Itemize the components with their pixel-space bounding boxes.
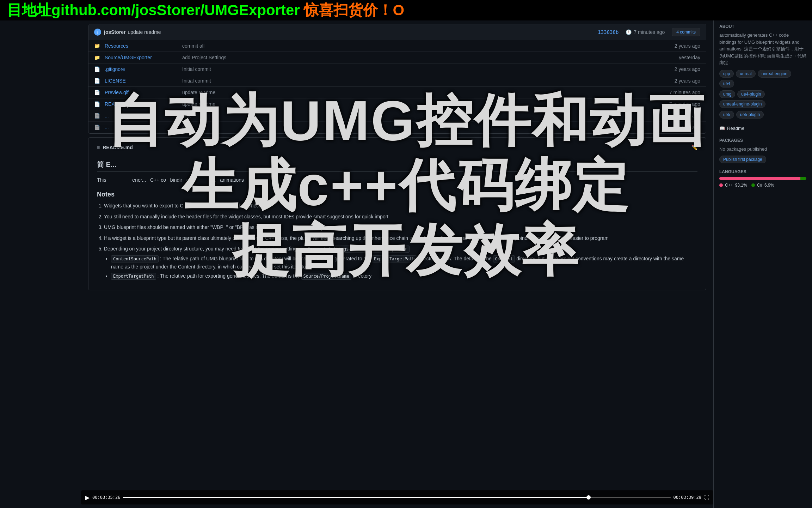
languages-section: Languages C++ 93.1% C# 6.9% bbox=[719, 169, 806, 188]
progress-bar[interactable] bbox=[123, 497, 670, 498]
file-commit-source: add Project Settings bbox=[182, 55, 658, 60]
code-export-target-path: ExportTargetPath bbox=[111, 273, 156, 280]
list-item: ContentSourcePath : The relative path of… bbox=[111, 255, 697, 271]
tag-ue5-plugin[interactable]: ue5-plugin bbox=[736, 111, 764, 119]
file-name-resources[interactable]: Resources bbox=[105, 43, 182, 49]
packages-section: Packages No packages published Publish f… bbox=[719, 138, 806, 163]
readme-short-desc: This ener... C++ co bindir or U s... ani… bbox=[97, 176, 697, 184]
github-container: j josStorer update readme 133838b 🕐 7 mi… bbox=[81, 20, 713, 508]
folder-icon: 📁 bbox=[94, 43, 101, 49]
list-item: If a widget is a blueprint type but its … bbox=[104, 234, 697, 242]
expand-button[interactable]: ⛶ bbox=[704, 495, 709, 500]
file-commit-readme: update readme bbox=[182, 101, 658, 107]
commit-author[interactable]: josStorer bbox=[104, 29, 125, 35]
code-source-project-name: Source/ProjectName bbox=[301, 273, 351, 280]
language-entries: C++ 93.1% C# 6.9% bbox=[719, 183, 806, 188]
time-elapsed: 00:03:35:26 bbox=[92, 495, 120, 500]
file-time-source: yesterday bbox=[658, 55, 700, 60]
readme-filename-label: README.md bbox=[103, 145, 691, 150]
file-time-preview: 7 minutes ago bbox=[658, 90, 700, 95]
commit-message: update readme bbox=[128, 29, 598, 35]
readme-stat: 📖 Readme bbox=[719, 126, 806, 131]
table-row: 📄 ... date 2 years ago bbox=[88, 110, 706, 122]
table-row: 📄 Preview.gif update readme 7 minutes ag… bbox=[88, 87, 706, 98]
list-item: Widgets that you want to export to C++ n… bbox=[104, 202, 697, 210]
notes-list: Widgets that you want to export to C++ n… bbox=[97, 202, 697, 280]
tag-unreal-engine-plugin[interactable]: unreal-engine-plugin bbox=[719, 100, 765, 108]
file-name-license[interactable]: LICENSE bbox=[105, 78, 182, 84]
tag-ue5[interactable]: ue5 bbox=[719, 111, 734, 119]
tag-row: cpp unreal unreal-engine ue4 bbox=[719, 70, 806, 87]
file-list-area: j josStorer update readme 133838b 🕐 7 mi… bbox=[88, 24, 706, 134]
cpp-lang-entry: C++ 93.1% bbox=[719, 183, 747, 188]
file-name-readme[interactable]: README.md bbox=[105, 101, 182, 107]
code-content: Content bbox=[493, 255, 515, 262]
cs-label: C# bbox=[757, 183, 762, 188]
book-icon: 📖 bbox=[719, 126, 725, 131]
language-bar bbox=[719, 177, 806, 180]
sale-text: 惊喜扫货价！O bbox=[304, 2, 404, 18]
readme-stat-section: 📖 Readme bbox=[719, 126, 806, 131]
commits-count: 4 commits bbox=[676, 30, 696, 35]
commit-header: j josStorer update readme 133838b 🕐 7 mi… bbox=[88, 24, 706, 40]
tag-ue4[interactable]: ue4 bbox=[719, 80, 734, 87]
cs-percent: 6.9% bbox=[764, 183, 774, 188]
edit-icon[interactable]: ✏️ bbox=[691, 145, 697, 150]
avatar: j bbox=[94, 29, 101, 36]
file-icon-license: 📄 bbox=[94, 78, 101, 84]
file-time-gitignore: 2 years ago bbox=[658, 66, 700, 72]
list-item: ExportTargetPath : The relative path for… bbox=[111, 272, 697, 280]
url-text: 目地址github.com/josStorer/UMGExporter bbox=[7, 2, 300, 18]
about-section: About automatically generates C++ code b… bbox=[719, 24, 806, 119]
file-name-preview[interactable]: Preview.gif bbox=[105, 90, 182, 95]
publish-first-package-link[interactable]: Publish first package bbox=[719, 156, 766, 163]
file-name-gitignore[interactable]: .gitignore bbox=[105, 66, 182, 72]
code-content-source: ContentSourcePath bbox=[111, 255, 159, 262]
file-time-readme: 7 minutes ago bbox=[658, 101, 700, 107]
table-row: 📄 LICENSE Initial commit 2 years ago bbox=[88, 75, 706, 87]
clock-icon: 🕐 bbox=[626, 29, 632, 35]
progress-fill bbox=[123, 497, 588, 498]
readme-label: Readme bbox=[727, 126, 744, 131]
video-bar: ▶ 00:03:35:26 00:03:39:29 ⛶ bbox=[81, 490, 713, 504]
cs-lang-entry: C# 6.9% bbox=[751, 183, 774, 188]
table-row: 📁 Resources commit all 2 years ago bbox=[88, 40, 706, 52]
file-time-extra2: 2 years ago bbox=[658, 125, 700, 130]
file-icon-preview: 📄 bbox=[94, 90, 101, 95]
commits-button[interactable]: 4 commits bbox=[672, 28, 700, 36]
tag-unreal[interactable]: unreal bbox=[736, 70, 755, 78]
tag-row-2: umg ue4-plugin unreal-engine-plugin bbox=[719, 90, 806, 108]
cpp-dot bbox=[719, 183, 723, 187]
cs-bar bbox=[800, 177, 806, 180]
file-icon-readme: 📄 bbox=[94, 101, 101, 107]
file-commit-extra2: date bbox=[182, 125, 658, 130]
sub-list: ContentSourcePath : The relative path of… bbox=[104, 255, 697, 280]
file-commit-license: Initial commit bbox=[182, 78, 658, 84]
tag-unreal-engine[interactable]: unreal-engine bbox=[758, 70, 791, 78]
list-item: UMG blueprint files should be named with… bbox=[104, 223, 697, 231]
play-button[interactable]: ▶ bbox=[85, 494, 90, 501]
tag-umg[interactable]: umg bbox=[719, 90, 735, 98]
readme-section-title: 简 E... bbox=[97, 160, 697, 172]
cs-dot bbox=[751, 183, 755, 187]
readme-area: ≡ README.md ✏️ 简 E... This ener... C++ c… bbox=[88, 137, 706, 290]
file-name-extra1[interactable]: ... bbox=[105, 113, 182, 119]
file-icon-extra2: 📄 bbox=[94, 125, 101, 130]
list-item: You still need to manually include the h… bbox=[104, 213, 697, 220]
file-name-extra2[interactable]: ... bbox=[105, 125, 182, 130]
commit-hash[interactable]: 133838b bbox=[598, 29, 619, 35]
file-commit-resources: commit all bbox=[182, 43, 658, 49]
notes-title: Notes bbox=[97, 191, 697, 198]
progress-thumb bbox=[586, 495, 591, 500]
packages-title: Packages bbox=[719, 138, 806, 143]
table-row: 📄 README.md update readme 7 minutes ago bbox=[88, 98, 706, 110]
code-export-target: ExportTargetPath bbox=[372, 255, 417, 262]
file-commit-extra1: date bbox=[182, 113, 658, 119]
tag-row-3: ue5 ue5-plugin bbox=[719, 111, 806, 119]
tag-ue4-plugin[interactable]: ue4-plugin bbox=[737, 90, 765, 98]
tag-cpp[interactable]: cpp bbox=[719, 70, 734, 78]
file-icon-git: 📄 bbox=[94, 66, 101, 72]
file-time-resources: 2 years ago bbox=[658, 43, 700, 49]
file-name-source[interactable]: Source/UMGExporter bbox=[105, 55, 182, 60]
cpp-percent: 93.1% bbox=[735, 183, 747, 188]
